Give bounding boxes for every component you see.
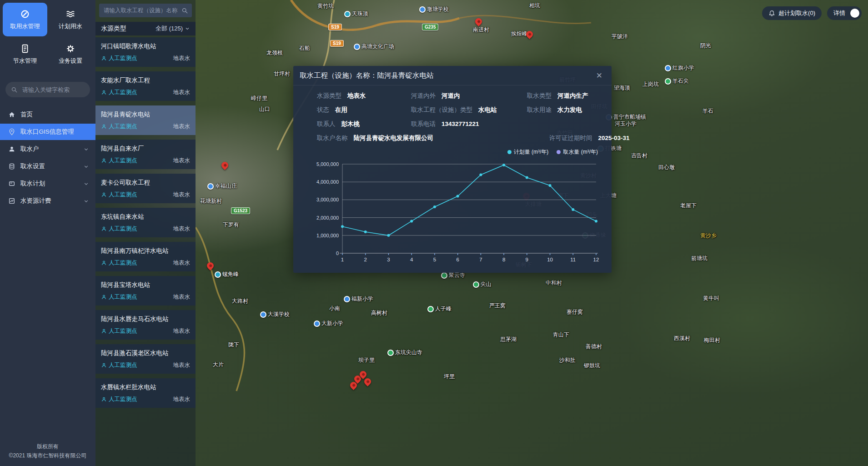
road-badge: G235	[422, 24, 438, 30]
map-place-label: 梅田村	[704, 336, 720, 344]
poi-icon[interactable]	[427, 306, 434, 312]
svg-text:7: 7	[479, 257, 482, 262]
sidebar-item-取水户[interactable]: 取水户	[0, 141, 95, 157]
monitor-type-tag: 人工监测点	[101, 191, 137, 199]
water-source-type: 地表水	[173, 259, 191, 267]
detail-toggle[interactable]: 详情	[827, 6, 862, 20]
field-cell: 联系电话13432771221	[411, 120, 527, 128]
toggle-knob[interactable]	[850, 9, 859, 18]
person-icon	[101, 192, 107, 198]
chevron-down-icon	[83, 198, 89, 204]
school-icon[interactable]	[260, 311, 266, 318]
station-meta: 人工监测点地表水	[101, 225, 190, 233]
source-type-filter[interactable]: 全部 (125)	[156, 25, 190, 33]
field-cell: 取水用途水力发电	[527, 106, 601, 114]
map-place-label: 严王窝	[489, 302, 506, 310]
station-list-item[interactable]: 陆河县南万镇杞洋水电站人工监测点地表水	[95, 242, 196, 271]
modal-header: 取水工程（设施）名称：陆河县青碇水电站 ✕	[293, 66, 612, 85]
station-list-item[interactable]: 陆河县激石溪老区水电站人工监测点地表水	[95, 344, 196, 374]
map-place-label: 西溪村	[674, 335, 690, 342]
station-name: 陆河县自来水厂	[101, 145, 190, 153]
station-list-item[interactable]: 陆河县宝塔水电站人工监测点地表水	[95, 276, 196, 306]
keyword-search-input[interactable]	[21, 86, 85, 94]
water-source-type: 地表水	[173, 327, 191, 335]
station-list-item[interactable]: 东坑镇自来水站人工监测点地表水	[95, 208, 196, 237]
station-list-item[interactable]: 陆河县自来水厂人工监测点地表水	[95, 140, 196, 169]
field-cell: 取水类型河道内生产	[527, 92, 601, 100]
source-type-filter-value: 全部 (125)	[156, 25, 183, 33]
data-point[interactable]	[595, 220, 597, 222]
field-cell	[433, 134, 549, 142]
map-place-label: 山口	[259, 105, 270, 113]
data-point[interactable]	[433, 205, 436, 208]
sidebar-item-取水设置[interactable]: 取水设置	[0, 158, 95, 175]
poi-icon[interactable]	[473, 281, 479, 288]
sidebar-item-取水计划[interactable]: 取水计划	[0, 175, 95, 192]
station-list-item[interactable]: 麦卡公司取水工程人工监测点地表水	[95, 174, 196, 203]
station-meta: 人工监测点地表水	[101, 55, 190, 62]
map-place-label: 相坑	[529, 2, 540, 10]
sidebar-item-首页[interactable]: 首页	[0, 106, 95, 123]
station-name: 麦卡公司取水工程	[101, 179, 190, 187]
poi-icon[interactable]	[441, 272, 447, 279]
water-source-type: 地表水	[173, 361, 191, 369]
svg-text:11: 11	[570, 257, 576, 262]
school-icon[interactable]	[665, 65, 671, 71]
station-list-item[interactable]: 水唇镇水栏肚水电站人工监测点地表水	[95, 378, 196, 408]
school-icon[interactable]	[354, 44, 360, 50]
data-point[interactable]	[549, 184, 552, 187]
person-icon	[101, 226, 107, 232]
monitor-type-tag: 人工监测点	[101, 259, 137, 267]
field-cell: 许可证过期时间2025-03-31	[549, 134, 630, 142]
search-icon	[11, 86, 18, 93]
field-value: 河道内生产	[557, 92, 588, 100]
data-point[interactable]	[457, 195, 459, 198]
over-plan-intake-button[interactable]: 超计划取水(0)	[762, 6, 822, 20]
poi-icon[interactable]	[215, 271, 221, 278]
school-icon[interactable]	[314, 321, 320, 327]
data-point[interactable]	[364, 230, 367, 233]
data-point[interactable]	[526, 176, 528, 179]
module-tile-计划用水[interactable]: 计划用水	[48, 3, 93, 36]
poi-icon[interactable]	[387, 350, 394, 356]
map-place-label: 黄竹坑	[317, 2, 334, 10]
school-icon[interactable]	[419, 6, 426, 13]
data-point[interactable]	[410, 220, 413, 222]
sidebar-item-取水口GIS信息管理[interactable]: 取水口GIS信息管理	[0, 124, 95, 140]
station-list-item[interactable]: 陆河县水唇走马石水电站人工监测点地表水	[95, 310, 196, 340]
station-name: 陆河县激石溪老区水电站	[101, 349, 190, 357]
map-place-label: 下罗有	[223, 221, 239, 229]
sidebar-item-水资源计费[interactable]: 水资源计费	[0, 193, 95, 209]
svg-text:12: 12	[593, 257, 599, 262]
poi-icon[interactable]	[665, 78, 671, 85]
station-list-item[interactable]: 河口镇唱歌潭水电站人工监测点地表水	[95, 37, 196, 67]
svg-text:9: 9	[526, 257, 528, 262]
keyword-search-box[interactable]	[5, 82, 90, 97]
modal-title: 取水工程（设施）名称：陆河县青碇水电站	[300, 71, 434, 80]
data-point[interactable]	[341, 225, 344, 228]
svg-text:1,000,000: 1,000,000	[316, 233, 339, 238]
station-search-box[interactable]	[99, 4, 192, 17]
school-icon[interactable]	[344, 296, 350, 302]
data-point[interactable]	[502, 164, 505, 166]
sidebar: 取用水管理计划用水节水管理业务设置 首页取水口GIS信息管理取水户取水设置取水计…	[0, 0, 95, 466]
svg-text:10: 10	[547, 257, 553, 262]
data-point[interactable]	[572, 208, 574, 211]
map-place-label: 箭塘坑	[691, 255, 707, 262]
station-list-item[interactable]: 友能水厂取水工程人工监测点地表水	[95, 71, 196, 101]
water-source-type: 地表水	[173, 55, 191, 62]
source-type-filter-row: 水源类型 全部 (125)	[95, 22, 196, 35]
module-tile-业务设置[interactable]: 业务设置	[48, 37, 93, 71]
copyright-line2: ©2021 珠海市仁智科技有限公司	[3, 451, 93, 461]
data-point[interactable]	[479, 174, 482, 176]
map-place-label: 花塘新村	[200, 197, 222, 205]
station-list-item[interactable]: 陆河县青碇水电站人工监测点地表水	[95, 105, 196, 135]
module-tile-节水管理[interactable]: 节水管理	[3, 37, 47, 71]
module-tile-取用水管理[interactable]: 取用水管理	[3, 3, 47, 36]
data-point[interactable]	[387, 234, 390, 237]
poi-icon[interactable]	[344, 11, 351, 17]
station-search-input[interactable]	[103, 7, 179, 14]
map-place-label: 羊石尖	[665, 77, 689, 85]
school-icon[interactable]	[207, 183, 214, 190]
close-icon[interactable]: ✕	[594, 70, 604, 81]
